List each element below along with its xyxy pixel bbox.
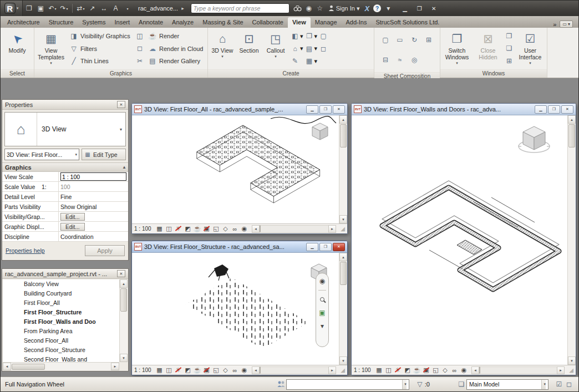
graphics-section-header[interactable]: Graphics ▴ (2, 162, 128, 172)
shadows-icon[interactable]: ◩ (184, 366, 192, 374)
scrollbar-thumb[interactable] (260, 225, 261, 232)
tree-item[interactable]: First Floor_All (3, 298, 119, 308)
ribbon-overflow-chevron[interactable]: » (553, 21, 556, 28)
property-value[interactable]: Coordination (59, 233, 128, 240)
exclude-options-toggle[interactable]: ☑ (554, 379, 564, 389)
sign-in-button[interactable]: Sign In ▾ (326, 5, 362, 12)
sync-button[interactable]: ⇄▾ (75, 3, 86, 14)
title-block-icon[interactable]: ▭ (395, 35, 404, 44)
help-menu-caret[interactable]: ▾ (383, 3, 393, 14)
vertical-scrollbar[interactable]: ▲ ▼ (339, 115, 347, 223)
measure-button[interactable]: ↗ (87, 3, 98, 14)
scroll-down-icon[interactable]: ▼ (339, 215, 347, 223)
crop-view-icon[interactable]: ▣ (202, 366, 211, 374)
tree-item[interactable]: From Parking Area (3, 327, 119, 336)
press-drag-toggle[interactable]: ◻ (564, 379, 574, 389)
panel-label-select[interactable]: Select (1, 69, 34, 78)
zoom-button[interactable] (318, 295, 327, 304)
shadows-icon[interactable]: ◩ (403, 366, 412, 374)
drafting-view-button[interactable]: ✎ (291, 55, 303, 67)
horizontal-scrollbar[interactable]: ◄ ► (252, 225, 336, 233)
tab-insert[interactable]: Insert (110, 17, 135, 28)
viewcube[interactable] (516, 123, 552, 156)
vertical-scrollbar[interactable]: ▲ ▼ (119, 279, 128, 362)
view-scale-control[interactable]: 1 : 100 (134, 367, 154, 373)
visibility-graphics-button[interactable]: ◨ Visibility/ Graphics (68, 30, 133, 42)
user-interface-button[interactable]: ☑ User Interface ▾ (515, 29, 545, 68)
design-options-icon[interactable]: ❏ (456, 379, 466, 389)
render-dialog-icon[interactable]: ☕ (413, 366, 421, 374)
tree-item[interactable]: Second Floor_Structure (3, 345, 119, 355)
view-scale-input[interactable] (60, 172, 126, 181)
show-hidden-lines-icon[interactable]: ◫ (135, 32, 144, 40)
viewport-titlebar[interactable]: RVT 3D View: First Floor_Walls and Doors… (352, 104, 576, 115)
properties-header[interactable]: Properties ✕ (2, 100, 128, 110)
tree-item[interactable]: Balcony View (3, 279, 119, 289)
drawing-canvas[interactable]: ◉ ▣ ▾ (132, 253, 339, 365)
scroll-right-icon[interactable]: ► (111, 363, 119, 370)
shadows-icon[interactable]: ◩ (184, 225, 192, 233)
sun-path-icon[interactable]: ☀ (394, 366, 402, 374)
design-option-combo[interactable]: Main Model ▾ (466, 379, 548, 390)
tab-collaborate[interactable]: Collaborate (248, 17, 288, 28)
show-crop-icon[interactable]: ◱ (212, 366, 220, 374)
filter-icon[interactable]: ▽ (415, 379, 425, 389)
remove-hidden-lines-icon[interactable]: ◻ (135, 44, 144, 53)
aligned-dimension-button[interactable]: ↔ (99, 3, 109, 14)
reveal-hidden-icon[interactable]: ◉ (460, 366, 468, 374)
tab-add-ins[interactable]: Add-Ins (342, 17, 372, 28)
ribbon-display-toggle[interactable]: ▭ ▾ (560, 21, 573, 28)
thin-lines-button[interactable]: ╱ Thin Lines (68, 55, 133, 67)
active-workset-combo[interactable]: ▾ (286, 379, 409, 390)
tab-architecture[interactable]: Architecture (3, 17, 44, 28)
hide-isolate-icon[interactable]: ∞ (450, 366, 459, 374)
favorites-icon[interactable]: ☆ (315, 3, 325, 14)
view-reference-icon[interactable]: ◎ (410, 55, 419, 64)
navbar-expand-button[interactable]: ▾ (318, 322, 327, 330)
visual-style-icon[interactable]: ◫ (384, 366, 393, 374)
reveal-hidden-icon[interactable]: ◉ (240, 225, 248, 233)
open-button[interactable]: ❐ (24, 3, 34, 14)
graphic-display-edit-button[interactable]: Edit... (60, 223, 85, 231)
scroll-right-icon[interactable]: ► (328, 225, 336, 233)
scroll-down-icon[interactable]: ▼ (339, 357, 347, 365)
scrollbar-thumb[interactable] (340, 262, 347, 285)
drawing-canvas[interactable] (132, 115, 339, 223)
scroll-up-icon[interactable]: ▲ (120, 279, 128, 288)
lock-view-icon[interactable]: ◇ (221, 366, 230, 374)
drawing-canvas[interactable] (352, 115, 567, 365)
reveal-hidden-icon[interactable]: ◉ (240, 366, 248, 374)
modify-button[interactable]: ➤ Modify (2, 29, 32, 68)
sun-path-icon[interactable]: ☀ (174, 225, 182, 233)
apply-button[interactable]: Apply (85, 245, 125, 256)
viewport-titlebar[interactable]: RVT 3D View: First Floor_Structure - rac… (132, 241, 347, 253)
edit-type-button[interactable]: ▦ Edit Type (82, 149, 126, 160)
vertical-scrollbar[interactable]: ▲ ▼ (339, 253, 347, 365)
viewport-titlebar[interactable]: RVT 3D View: First Floor_All - rac_advan… (132, 104, 347, 115)
close-button[interactable]: ✕ (333, 105, 345, 114)
close-button[interactable]: ✕ (561, 105, 573, 114)
detail-level-icon[interactable]: ▦ (155, 366, 164, 374)
3d-view-button[interactable]: ⌂ 3D View ▾ (210, 29, 235, 68)
view-scale-control[interactable]: 1 : 100 (354, 367, 374, 373)
plan-views-button[interactable]: ◧▾ (291, 30, 303, 42)
filters-button[interactable]: ▽ Filters (68, 43, 133, 55)
duplicate-view-button[interactable]: ❐▾ (305, 30, 318, 42)
close-button[interactable]: ✕ (333, 243, 345, 251)
collapse-icon[interactable]: ▴ (123, 165, 125, 170)
view-scale-control[interactable]: 1 : 100 (134, 226, 154, 232)
sun-path-icon[interactable]: ☀ (174, 366, 182, 374)
horizontal-scrollbar[interactable]: ◄ ► (471, 366, 565, 374)
instance-selector-combo[interactable]: 3D View: First Floor... ▾ (4, 149, 79, 160)
close-hidden-button[interactable]: ⊠ Close Hidden (473, 29, 503, 68)
show-crop-icon[interactable]: ◱ (212, 225, 220, 233)
property-value[interactable]: Fine (59, 194, 128, 200)
steering-wheel-button[interactable]: ◉ (318, 277, 327, 286)
scrollbar-thumb[interactable] (340, 124, 347, 147)
minimize-button[interactable]: ▁ (306, 243, 318, 251)
tree-item[interactable]: First Floor_Walls and Doo (3, 317, 119, 327)
scroll-right-icon[interactable]: ► (557, 366, 565, 374)
close-icon[interactable]: ✕ (117, 101, 125, 108)
render-in-cloud-button[interactable]: ☁ Render in Cloud (146, 43, 205, 55)
horizontal-scrollbar[interactable]: ◄ ► (252, 366, 336, 374)
